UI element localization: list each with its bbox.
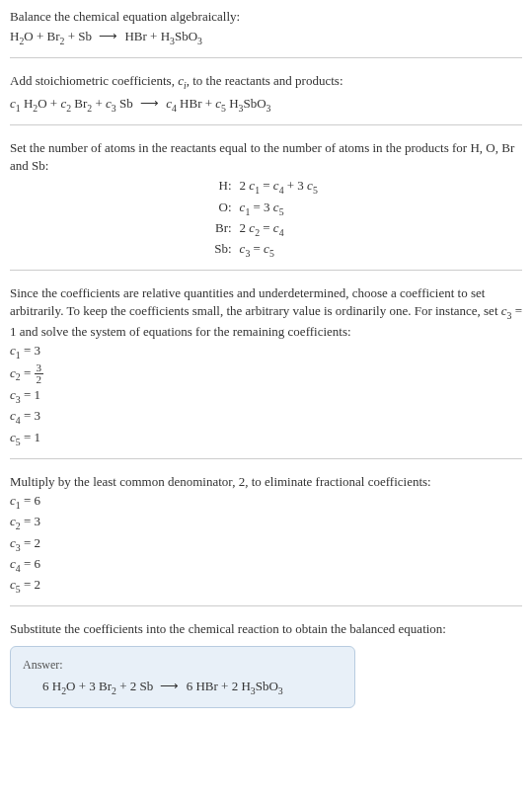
atom-eq-o: c1 = 3 c5: [240, 199, 522, 218]
atom-label-sb: Sb:: [10, 240, 232, 260]
step2-section: Add stoichiometric coefficients, ci, to …: [10, 72, 522, 114]
step3-intro: Set the number of atoms in the reactants…: [10, 139, 522, 175]
step6-intro: Substitute the coefficients into the che…: [10, 620, 522, 638]
coeff2-c1: c1 = 6: [10, 492, 522, 512]
coeff2-c2: c2 = 3: [10, 513, 522, 532]
atom-eq-h: 2 c1 = c4 + 3 c5: [240, 177, 522, 197]
answer-label: Answer:: [23, 657, 342, 674]
coeff2-c4: c4 = 6: [10, 555, 522, 575]
step1-section: Balance the chemical equation algebraica…: [10, 8, 522, 47]
step4-intro: Since the coefficients are relative quan…: [10, 284, 522, 341]
coeff2-c3: c3 = 2: [10, 534, 522, 554]
atom-balance-table: H: 2 c1 = c4 + 3 c5 O: c1 = 3 c5 Br: 2 c…: [10, 177, 522, 260]
atom-label-h: H:: [10, 177, 232, 197]
coeff-c3: c3 = 1: [10, 386, 522, 406]
answer-box: Answer: 6 H2O + 3 Br2 + 2 Sb ⟶ 6 HBr + 2…: [10, 646, 355, 708]
step3-section: Set the number of atoms in the reactants…: [10, 139, 522, 260]
coeff-c4: c4 = 3: [10, 407, 522, 427]
divider-3: [10, 270, 522, 271]
coeff-c2: c2 = 32: [10, 362, 522, 385]
atom-eq-br: 2 c2 = c4: [240, 219, 522, 239]
step6-section: Substitute the coefficients into the che…: [10, 620, 522, 708]
divider-5: [10, 605, 522, 606]
step5-section: Multiply by the least common denominator…: [10, 473, 522, 596]
step1-intro: Balance the chemical equation algebraica…: [10, 8, 522, 26]
step2-intro: Add stoichiometric coefficients, ci, to …: [10, 72, 522, 92]
coeff-c1: c1 = 3: [10, 342, 522, 361]
atom-eq-sb: c3 = c5: [240, 240, 522, 260]
coeff-c5: c5 = 1: [10, 429, 522, 448]
step4-section: Since the coefficients are relative quan…: [10, 284, 522, 448]
divider-2: [10, 124, 522, 125]
step1-equation: H2O + Br2 + Sb ⟶ HBr + H3SbO3: [10, 28, 522, 47]
coeff2-c5: c5 = 2: [10, 576, 522, 596]
divider-1: [10, 57, 522, 58]
step5-intro: Multiply by the least common denominator…: [10, 473, 522, 491]
step2-equation: c1 H2O + c2 Br2 + c3 Sb ⟶ c4 HBr + c5 H3…: [10, 95, 522, 115]
atom-label-o: O:: [10, 199, 232, 218]
divider-4: [10, 458, 522, 459]
answer-equation: 6 H2O + 3 Br2 + 2 Sb ⟶ 6 HBr + 2 H3SbO3: [23, 678, 342, 697]
atom-label-br: Br:: [10, 219, 232, 239]
